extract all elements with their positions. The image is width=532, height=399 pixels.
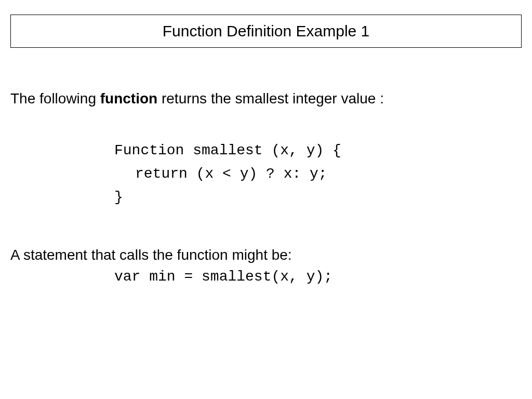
intro-text-bold: function — [100, 90, 157, 107]
intro-text-post: returns the smallest integer value : — [157, 90, 384, 107]
slide-content: The following function returns the small… — [0, 89, 532, 285]
code-line-2: return (x < y) ? x: y; — [114, 163, 522, 186]
code-line-3: } — [114, 186, 522, 209]
function-code-block: Function smallest (x, y) { return (x < y… — [114, 139, 522, 209]
intro-paragraph: The following function returns the small… — [10, 89, 522, 108]
call-code-line: var min = smallest(x, y); — [114, 269, 522, 285]
intro-text-pre: The following — [10, 90, 100, 107]
slide-title: Function Definition Example 1 — [10, 15, 522, 48]
code-line-1: Function smallest (x, y) { — [114, 139, 522, 163]
call-intro-paragraph: A statement that calls the function migh… — [10, 246, 522, 264]
